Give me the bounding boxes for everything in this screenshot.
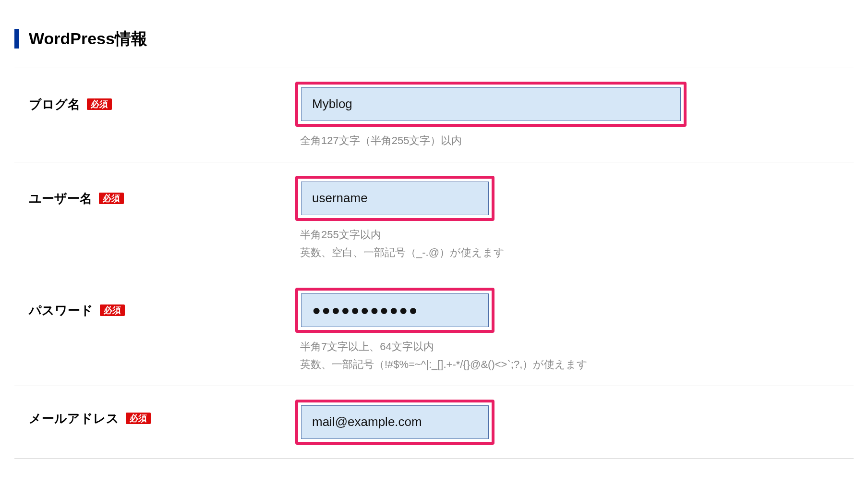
label-username: ユーザー名: [29, 190, 92, 207]
label-password: パスワード: [29, 302, 93, 319]
highlight-username: [295, 176, 494, 221]
password-input[interactable]: [301, 293, 489, 327]
row-blog-name: ブログ名 必須 全角127文字（半角255文字）以内: [14, 68, 854, 162]
username-input[interactable]: [301, 182, 489, 215]
hint-password-2: 英数、一部記号（!#$%=~^|:_[].+-*/{}@&()<>`;?,）が使…: [300, 356, 854, 372]
section-title: WordPress情報: [14, 29, 854, 49]
hint-password-1: 半角7文字以上、64文字以内: [300, 339, 854, 354]
required-badge: 必須: [100, 304, 125, 316]
highlight-password: [295, 288, 494, 333]
required-badge: 必須: [87, 98, 112, 110]
hint-username-2: 英数、空白、一部記号（_-.@）が使えます: [300, 244, 854, 260]
hint-username-1: 半角255文字以内: [300, 227, 854, 243]
highlight-blog-name: [295, 82, 687, 127]
hint-blog-name: 全角127文字（半角255文字）以内: [300, 133, 854, 148]
blog-name-input[interactable]: [301, 87, 681, 121]
highlight-email: [295, 400, 494, 445]
label-email: メールアドレス: [29, 410, 119, 427]
row-username: ユーザー名 必須 半角255文字以内 英数、空白、一部記号（_-.@）が使えます: [14, 162, 854, 274]
required-badge: 必須: [99, 193, 124, 204]
row-password: パスワード 必須 半角7文字以上、64文字以内 英数、一部記号（!#$%=~^|…: [14, 274, 854, 386]
email-input[interactable]: [301, 405, 489, 439]
row-email: メールアドレス 必須: [14, 386, 854, 459]
label-blog-name: ブログ名: [29, 96, 80, 113]
required-badge: 必須: [126, 413, 151, 424]
